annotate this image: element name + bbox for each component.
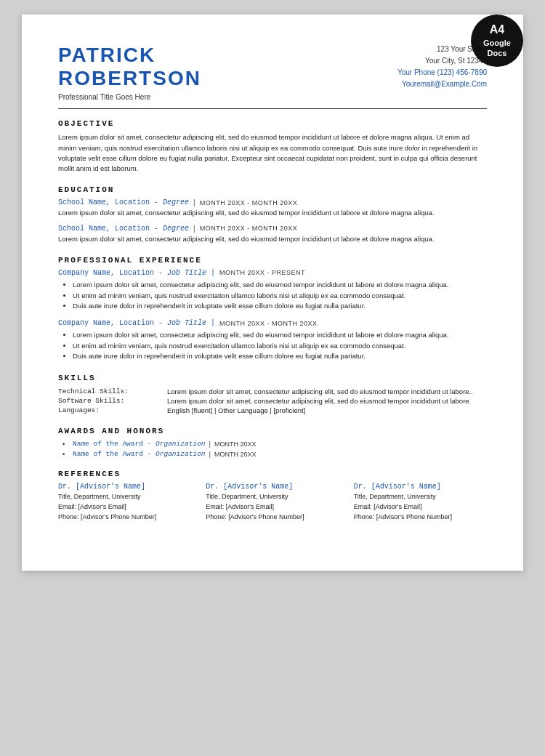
- edu-desc-2: Lorem ipsum dolor sit amet, consectetur …: [58, 234, 487, 244]
- exp-bullets-2: Lorem ipsum dolor sit amet, consectetur …: [73, 330, 487, 362]
- a4-badge: A4 Google Docs: [471, 15, 523, 67]
- exp-dates-2: MONTH 20XX - MONTH 20XX: [219, 320, 318, 327]
- award-date-1: MONTH 20XX: [214, 441, 257, 448]
- full-name: PATRICK ROBERTSON: [58, 44, 356, 90]
- edu-headline-1: School Name, Location - Degree | MONTH 2…: [58, 198, 487, 206]
- email-link[interactable]: Youremail@Example.Com: [356, 79, 487, 90]
- skill-label-technical: Technical Skills:: [58, 387, 167, 396]
- header-divider: [58, 108, 487, 109]
- references-title: REFERENCES: [58, 470, 487, 478]
- ref-email-2: Email: [Advisor's Email]: [206, 502, 339, 512]
- edu-dates-2: MONTH 20XX - MONTH 20XX: [200, 225, 298, 232]
- ref-phone-2: Phone: [Advisor's Phone Number]: [206, 512, 339, 523]
- education-title: EDUCATION: [58, 185, 487, 194]
- education-section: EDUCATION School Name, Location - Degree…: [58, 185, 487, 244]
- edu-dates-1: MONTH 20XX - MONTH 20XX: [200, 199, 298, 206]
- bullet-item: Ut enim ad minim veniam, quis nostrud ex…: [73, 341, 487, 352]
- ref-name-3: Dr. [Advisor's Name]: [354, 483, 487, 491]
- skills-section: SKILLS Technical Skills: Lorem ipsum dol…: [58, 374, 487, 415]
- professional-title: Professional Title Goes Here: [58, 93, 356, 101]
- a4-label: A4: [490, 23, 504, 38]
- bullet-item: Duis aute irure dolor in reprehenderit i…: [73, 301, 487, 312]
- bullet-item: Lorem ipsum dolor sit amet, consectetur …: [73, 330, 487, 341]
- exp-headline-1: Company Name, Location - Job Title | MON…: [58, 269, 487, 277]
- ref-email-1: Email: [Advisor's Email]: [58, 502, 191, 512]
- award-name-2: Name of the Award - Organization: [73, 450, 205, 458]
- experience-section: PROFESSIONAL EXPERIENCE Company Name, Lo…: [58, 256, 487, 362]
- skill-label-languages: Languages:: [58, 406, 167, 415]
- exp-company-1: Company Name, Location - Job Title: [58, 269, 206, 277]
- edu-school-1: School Name, Location - Degree: [58, 198, 189, 206]
- resume-page: A4 Google Docs PATRICK ROBERTSON Profess…: [22, 15, 523, 571]
- skills-table: Technical Skills: Lorem ipsum dolor sit …: [58, 387, 487, 415]
- bullet-item: Lorem ipsum dolor sit amet, consectetur …: [73, 280, 487, 291]
- skill-value-software: Lorem ipsum dolor sit amet, consectetur …: [167, 396, 487, 406]
- exp-entry-2: Company Name, Location - Job Title | MON…: [58, 319, 487, 362]
- award-item-2: Name of the Award - Organization | MONTH…: [73, 450, 487, 458]
- skill-value-technical: Lorem ipsum dolor sit amet, consectetur …: [167, 387, 487, 396]
- awards-list: Name of the Award - Organization | MONTH…: [58, 440, 487, 458]
- contact-block: 123 Your Street Your City, St 12345 Your…: [356, 44, 487, 90]
- ref-title-2: Title, Department, University: [206, 492, 339, 502]
- exp-bullets-1: Lorem ipsum dolor sit amet, consectetur …: [73, 280, 487, 312]
- ref-col-2: Dr. [Advisor's Name] Title, Department, …: [206, 483, 339, 523]
- refs-grid: Dr. [Advisor's Name] Title, Department, …: [58, 483, 487, 523]
- skill-label-software: Software Skills:: [58, 396, 167, 406]
- edu-entry-2: School Name, Location - Degree | MONTH 2…: [58, 225, 487, 244]
- skills-title: SKILLS: [58, 374, 487, 382]
- exp-entry-1: Company Name, Location - Job Title | MON…: [58, 269, 487, 312]
- address-line: 123 Your Street: [356, 44, 487, 55]
- edu-desc-1: Lorem ipsum dolor sit amet, consectetur …: [58, 208, 487, 218]
- objective-text: Lorem ipsum dolor sit amet, consectetur …: [58, 132, 487, 174]
- edu-headline-2: School Name, Location - Degree | MONTH 2…: [58, 225, 487, 233]
- bullet-item: Ut enim ad minim veniam, quis nostrud ex…: [73, 291, 487, 302]
- ref-col-1: Dr. [Advisor's Name] Title, Department, …: [58, 483, 191, 523]
- award-item-1: Name of the Award - Organization | MONTH…: [73, 440, 487, 448]
- phone-link[interactable]: Your Phone (123) 456-7890: [356, 67, 487, 79]
- skill-row-technical: Technical Skills: Lorem ipsum dolor sit …: [58, 387, 487, 396]
- google-label: Google: [483, 38, 511, 48]
- exp-dates-1: MONTH 20XX - PRESENT: [219, 269, 305, 276]
- awards-section: AWARDS AND HONORS Name of the Award - Or…: [58, 427, 487, 458]
- skill-row-software: Software Skills: Lorem ipsum dolor sit a…: [58, 396, 487, 406]
- objective-title: OBJECTIVE: [58, 119, 487, 128]
- experience-title: PROFESSIONAL EXPERIENCE: [58, 256, 487, 265]
- award-date-2: MONTH 20XX: [214, 451, 257, 458]
- skill-row-languages: Languages: English [fluent] | Other Lang…: [58, 406, 487, 415]
- ref-phone-1: Phone: [Advisor's Phone Number]: [58, 512, 191, 523]
- city-state-line: Your City, St 12345: [356, 55, 487, 67]
- ref-name-2: Dr. [Advisor's Name]: [206, 483, 339, 491]
- exp-company-2: Company Name, Location - Job Title: [58, 319, 206, 327]
- ref-email-3: Email: [Advisor's Email]: [354, 502, 487, 512]
- ref-title-1: Title, Department, University: [58, 492, 191, 502]
- award-name-1: Name of the Award - Organization: [73, 440, 205, 448]
- edu-entry-1: School Name, Location - Degree | MONTH 2…: [58, 198, 487, 218]
- ref-col-3: Dr. [Advisor's Name] Title, Department, …: [354, 483, 487, 523]
- ref-name-1: Dr. [Advisor's Name]: [58, 483, 191, 491]
- edu-school-2: School Name, Location - Degree: [58, 225, 189, 233]
- references-section: REFERENCES Dr. [Advisor's Name] Title, D…: [58, 470, 487, 523]
- awards-title: AWARDS AND HONORS: [58, 427, 487, 435]
- bullet-item: Duis aute irure dolor in reprehenderit i…: [73, 351, 487, 362]
- ref-phone-3: Phone: [Advisor's Phone Number]: [354, 512, 487, 523]
- objective-section: OBJECTIVE Lorem ipsum dolor sit amet, co…: [58, 119, 487, 174]
- docs-label: Docs: [488, 48, 507, 58]
- skill-value-languages: English [fluent] | Other Language | [pro…: [167, 406, 487, 415]
- name-block: PATRICK ROBERTSON Professional Title Goe…: [58, 44, 356, 101]
- ref-title-3: Title, Department, University: [354, 492, 487, 502]
- exp-headline-2: Company Name, Location - Job Title | MON…: [58, 319, 487, 327]
- resume-header: PATRICK ROBERTSON Professional Title Goe…: [58, 44, 487, 101]
